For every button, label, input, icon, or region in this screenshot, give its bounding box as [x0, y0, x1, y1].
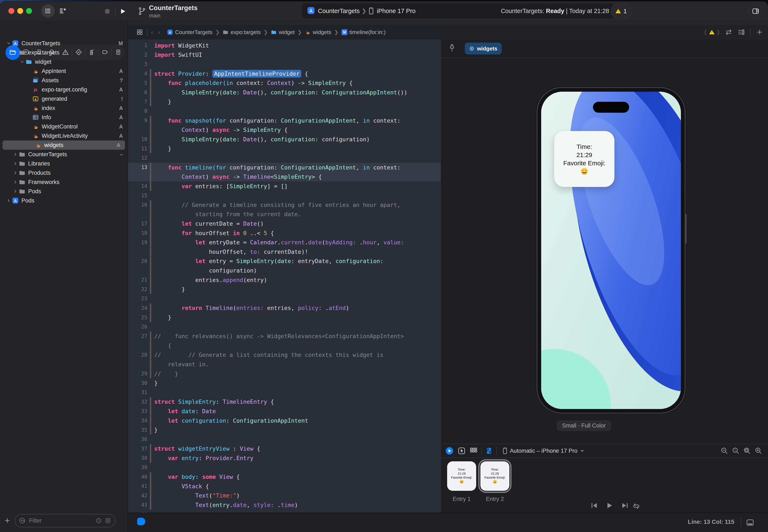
forward-chevron-icon[interactable]: › — [158, 29, 160, 36]
disclosure-open-icon[interactable] — [12, 50, 19, 55]
file-row-countertargets[interactable]: CounterTargetsM — [0, 39, 127, 48]
widget-preview[interactable]: Time: 21:29 Favorite Emoji: — [554, 131, 614, 187]
code-line-30[interactable]: 30} — [128, 378, 441, 388]
code-line-32[interactable]: 32struct SimpleEntry: TimelineEntry { — [128, 397, 441, 407]
file-row-expo-targets[interactable]: expo:targets — [0, 48, 127, 57]
code-line-10[interactable]: 10 SimpleEntry(date: Date(), configurati… — [128, 135, 441, 144]
live-preview-button[interactable] — [445, 446, 454, 455]
code-line-19[interactable]: 19 let entryDate = Calendar.current.date… — [128, 238, 441, 247]
disclosure-closed-icon[interactable] — [12, 152, 19, 157]
file-row-frameworks[interactable]: Frameworks — [0, 177, 127, 187]
code-line-wrap[interactable]: { — [128, 341, 441, 350]
breadcrumb-item-widgets[interactable]: widgets — [305, 29, 331, 36]
code-line-6[interactable]: 6 SimpleEntry(date: Date(), configuratio… — [128, 88, 441, 97]
file-row-pods[interactable]: Pods — [0, 187, 127, 196]
filter-field[interactable]: Filter — [15, 514, 115, 527]
code-line-wrap[interactable]: relevant in. — [128, 360, 441, 369]
code-line-31[interactable]: 31 — [128, 388, 441, 397]
code-line-22[interactable]: 22 } — [128, 285, 441, 294]
iphone-preview[interactable]: Time: 21:29 Favorite Emoji: — [537, 87, 686, 414]
back-chevron-icon[interactable]: ‹ — [151, 29, 153, 36]
code-line-41[interactable]: 41 VStack { — [128, 482, 441, 491]
bottom-panel-icon[interactable] — [746, 518, 755, 528]
close-window-button[interactable] — [8, 8, 14, 14]
step-backward-icon[interactable] — [590, 501, 598, 510]
code-line-34[interactable]: 34 let configuration: ConfigurationAppIn… — [128, 416, 441, 425]
code-line-36[interactable]: 36 — [128, 435, 441, 444]
file-row-widgetliveactivity[interactable]: WidgetLiveActivityA — [0, 131, 127, 140]
code-line-43[interactable]: 43 Text(entry.date, style: .time) — [128, 500, 441, 510]
destination-segment[interactable]: iPhone 17 Pro — [368, 7, 416, 15]
code-line-14[interactable]: 14 var entries: [SimpleEntry] = [] — [128, 181, 441, 191]
file-row-info[interactable]: InfoA — [0, 113, 127, 122]
code-line-18[interactable]: 18 for hourOffset in 0 ..< 5 { — [128, 228, 441, 238]
code-line-wrap[interactable]: Context) async -> SimpleEntry { — [128, 125, 441, 135]
code-line-17[interactable]: 17 let currentDate = Date() — [128, 219, 441, 228]
pin-icon[interactable] — [449, 44, 456, 53]
minimize-window-button[interactable] — [17, 8, 23, 14]
scheme-pill[interactable]: CounterTargets ❯ iPhone 17 Pro CounterTa… — [301, 3, 615, 19]
breadcrumb-item-expo-targets[interactable]: expo:targets — [223, 29, 261, 36]
play-icon[interactable] — [605, 501, 614, 510]
code-line-39[interactable]: 39 — [128, 463, 441, 472]
device-settings-button[interactable] — [485, 447, 493, 455]
disclosure-open-icon[interactable] — [5, 41, 12, 46]
file-row-pods[interactable]: Pods — [0, 196, 127, 205]
disclosure-closed-icon[interactable] — [12, 171, 19, 175]
code-line-37[interactable]: 37struct widgetEntryView : View { — [128, 444, 441, 454]
code-line-13[interactable]: 13 func timeline(for configuration: Conf… — [128, 163, 441, 172]
code-line-8[interactable]: 8 — [128, 106, 441, 116]
file-row-widget[interactable]: widget — [0, 57, 127, 66]
timeline-entry-tile-1[interactable]: Time:21:29Favorite Emoji: — [447, 461, 476, 491]
sidebar-list-icon[interactable] — [41, 4, 55, 18]
code-line-27[interactable]: 27// func relevances() async -> WidgetRe… — [128, 331, 441, 341]
editor-options-icon[interactable] — [738, 29, 745, 36]
disclosure-closed-icon[interactable] — [12, 161, 19, 166]
related-items-icon[interactable] — [136, 29, 143, 36]
code-line-wrap[interactable]: hourOffset, to: currentDate)! — [128, 247, 441, 257]
zoom-out-icon[interactable] — [720, 447, 728, 455]
code-line-40[interactable]: 40 var body: some View { — [128, 472, 441, 482]
disclosure-closed-icon[interactable] — [12, 189, 19, 194]
file-row-appintent[interactable]: AppIntentA — [0, 66, 127, 76]
stop-button[interactable] — [103, 7, 112, 16]
run-button[interactable] — [118, 6, 128, 16]
code-line-35[interactable]: 35} — [128, 425, 441, 435]
inspector-toggle-icon[interactable] — [749, 4, 763, 18]
debug-console-toggle[interactable] — [137, 518, 145, 525]
file-row-widgetcontrol[interactable]: WidgetControlA — [0, 122, 127, 131]
disclosure-closed-icon[interactable] — [12, 180, 19, 184]
code-line-12[interactable]: 12 — [128, 153, 441, 163]
file-row-libraries[interactable]: Libraries — [0, 159, 127, 168]
code-line-wrap[interactable]: Context) async -> Timeline<SimpleEntry> … — [128, 172, 441, 181]
prev-issue-chevron-icon[interactable]: ⟨ — [704, 29, 707, 36]
code-line-33[interactable]: 33 let date: Date — [128, 406, 441, 416]
zoom-fit-icon[interactable] — [743, 447, 751, 455]
project-title-block[interactable]: CounterTargets main — [138, 4, 197, 19]
zoom-100-icon[interactable]: 1 — [732, 447, 740, 455]
zoom-window-button[interactable] — [26, 8, 32, 14]
code-line-7[interactable]: 7 } — [128, 97, 441, 107]
code-line-24[interactable]: 24 return Timeline(entries: entries, pol… — [128, 303, 441, 313]
add-file-button[interactable]: + — [0, 516, 15, 526]
selectable-mode-button[interactable] — [458, 447, 466, 455]
code-line-28[interactable]: 28// // Generate a list containing the c… — [128, 350, 441, 360]
code-line-21[interactable]: 21 entries.append(entry) — [128, 275, 441, 285]
code-line-2[interactable]: 2import SwiftUI — [128, 50, 441, 60]
code-line-11[interactable]: 11 } — [128, 144, 441, 154]
swap-editor-icon[interactable] — [725, 29, 732, 36]
file-row-countertargets[interactable]: CounterTargets– — [0, 150, 127, 159]
code-line-4[interactable]: 4struct Provider: AppIntentTimelineProvi… — [128, 69, 441, 78]
file-row-index[interactable]: indexA — [0, 103, 127, 113]
next-issue-chevron-icon[interactable]: ⟩ — [717, 29, 720, 36]
scheme-segment[interactable]: CounterTargets — [307, 7, 359, 15]
disclosure-open-icon[interactable] — [19, 60, 25, 64]
file-row-generated[interactable]: generated! — [0, 94, 127, 103]
warning-count-pill[interactable]: 1 — [611, 4, 631, 19]
code-line-5[interactable]: 5 func placeholder(in context: Context) … — [128, 78, 441, 88]
code-editor[interactable]: 1import WidgetKit2import SwiftUI34struct… — [128, 40, 441, 514]
code-line-25[interactable]: 25 } — [128, 313, 441, 322]
timeline-entry-tile-2[interactable]: Time:21:29Favorite Emoji: — [480, 461, 510, 491]
code-line-29[interactable]: 29// } — [128, 369, 441, 378]
zoom-in-icon[interactable] — [755, 447, 763, 455]
